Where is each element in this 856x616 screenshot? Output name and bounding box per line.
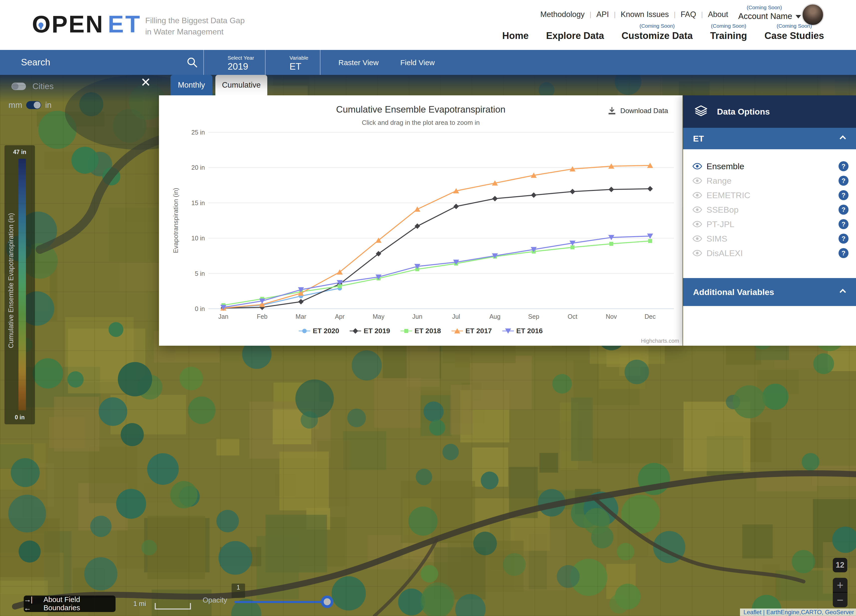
top-links-nav: Methodology|API|Known Issues|FAQ|About <box>540 10 728 19</box>
et-item-sims[interactable]: SIMS? <box>683 231 856 246</box>
avatar[interactable] <box>802 3 824 26</box>
close-icon[interactable]: ✕ <box>139 75 153 89</box>
et-item-pt-jpl[interactable]: PT-JPL? <box>683 217 856 231</box>
data-point[interactable] <box>353 328 358 334</box>
variable-select-label: Variable <box>289 55 308 61</box>
nav-label: Case Studies <box>764 31 824 41</box>
help-icon[interactable]: ? <box>839 176 848 186</box>
top-link-api[interactable]: API <box>596 10 609 19</box>
opacity-label: Opacity <box>203 596 227 604</box>
data-point[interactable] <box>648 239 652 243</box>
unit-toggle[interactable] <box>26 101 41 109</box>
data-options-header: Data Options <box>683 95 856 128</box>
tab-monthly[interactable]: Monthly <box>171 75 212 95</box>
legend-label: ET 2017 <box>465 327 492 335</box>
legend-item-et-2017[interactable]: ET 2017 <box>451 327 492 335</box>
section-et[interactable]: ET <box>683 128 856 149</box>
data-point[interactable] <box>414 206 420 212</box>
data-point[interactable] <box>404 329 408 333</box>
data-point[interactable] <box>571 245 574 249</box>
help-icon[interactable]: ? <box>839 234 848 243</box>
nav-label: Home <box>502 31 529 41</box>
search-input[interactable] <box>21 50 176 75</box>
data-point[interactable] <box>609 187 614 192</box>
svg-text:Aug: Aug <box>490 313 500 320</box>
legend-item-et-2016[interactable]: ET 2016 <box>502 327 543 335</box>
legend-label: ET 2016 <box>516 327 543 335</box>
et-item-ensemble[interactable]: Ensemble? <box>683 159 856 174</box>
opacity-slider-knob[interactable] <box>321 596 333 608</box>
zoom-out-button[interactable]: − <box>833 593 848 607</box>
svg-text:Oct: Oct <box>568 313 577 320</box>
chart-legend: ET 2020ET 2019ET 2018ET 2017ET 2016 <box>159 327 682 335</box>
series-et-2019[interactable] <box>221 186 653 311</box>
help-icon[interactable]: ? <box>839 161 848 171</box>
top-link-known-issues[interactable]: Known Issues <box>620 10 669 19</box>
about-field-boundaries-button[interactable]: →|← About Field Boundaries <box>24 596 115 612</box>
opacity-slider-track[interactable] <box>234 601 328 603</box>
top-link-faq[interactable]: FAQ <box>680 10 696 19</box>
series-et-2018[interactable] <box>222 239 652 307</box>
highcharts-credit[interactable]: Highcharts.com <box>641 338 679 344</box>
tab-cumulative[interactable]: Cumulative <box>216 75 267 95</box>
legend-item-et-2019[interactable]: ET 2019 <box>349 327 390 335</box>
search-icon[interactable] <box>187 57 198 68</box>
link-separator: | <box>590 11 591 18</box>
top-link-about[interactable]: About <box>708 10 728 19</box>
layers-icon <box>694 105 708 118</box>
map-attribution[interactable]: Leaflet | EarthEngine,CARTO, GeoServer <box>740 608 856 616</box>
help-icon[interactable]: ? <box>839 248 848 258</box>
nav-item-customize-data[interactable]: (Coming Soon)Customize Data <box>621 23 693 41</box>
nav-item-case-studies[interactable]: (Coming Soon)Case Studies <box>764 23 824 41</box>
nav-item-home[interactable]: Home <box>502 23 529 41</box>
series-et-2017[interactable] <box>220 163 653 311</box>
et-item-range[interactable]: Range? <box>683 174 856 188</box>
link-separator: | <box>701 11 703 18</box>
data-point[interactable] <box>492 196 497 202</box>
legend-item-et-2018[interactable]: ET 2018 <box>400 327 441 335</box>
data-point[interactable] <box>302 329 307 333</box>
nav-label: Explore Data <box>546 31 604 41</box>
svg-text:Evapotranspiration (in): Evapotranspiration (in) <box>172 188 179 253</box>
eye-icon <box>693 192 702 199</box>
svg-text:25 in: 25 in <box>191 129 205 136</box>
data-point[interactable] <box>570 189 575 194</box>
et-model-list: Ensemble?Range?EEMETRIC?SSEBop?PT-JPL?SI… <box>683 159 856 260</box>
legend-marker <box>451 328 463 334</box>
opacity-value-tooltip: 1 <box>232 584 245 598</box>
openet-logo[interactable]: OPENET <box>32 11 142 38</box>
legend-label: ET 2019 <box>363 327 390 335</box>
data-point[interactable] <box>531 192 537 198</box>
svg-text:Sep: Sep <box>528 313 539 320</box>
colorbar-gradient <box>18 159 26 410</box>
et-item-ssebop[interactable]: SSEBop? <box>683 202 856 217</box>
eye-icon <box>693 163 702 169</box>
help-icon[interactable]: ? <box>839 205 848 215</box>
top-link-methodology[interactable]: Methodology <box>540 10 585 19</box>
help-icon[interactable]: ? <box>839 219 848 229</box>
series-et-2016[interactable] <box>220 234 653 310</box>
et-item-eemetric[interactable]: EEMETRIC? <box>683 188 856 202</box>
colorbar-title: Cumulative Ensemble Evapotranspiration (… <box>7 161 16 400</box>
cities-toggle[interactable] <box>11 83 26 90</box>
legend-item-et-2020[interactable]: ET 2020 <box>299 327 339 335</box>
eye-icon <box>693 177 702 184</box>
svg-text:0 in: 0 in <box>195 305 205 312</box>
help-icon[interactable]: ? <box>839 190 848 200</box>
data-point[interactable] <box>298 299 304 305</box>
nav-item-explore-data[interactable]: Explore Data <box>546 23 604 41</box>
et-item-disalexi[interactable]: DisALEXI? <box>683 246 856 260</box>
data-point[interactable] <box>610 242 613 246</box>
zoom-in-button[interactable]: + <box>833 578 848 593</box>
toolbar-divider <box>265 50 266 75</box>
data-point[interactable] <box>453 204 459 209</box>
nav-item-training[interactable]: (Coming Soon)Training <box>710 23 747 41</box>
et-item-label: Ensemble <box>707 162 839 171</box>
section-additional-variables[interactable]: Additional Variables <box>683 278 856 306</box>
colorbar-min-label: 0 in <box>5 414 35 421</box>
caret-down-icon <box>796 15 801 18</box>
account-menu[interactable]: Account Name <box>738 11 801 21</box>
cities-control: Cities <box>11 82 54 91</box>
data-point[interactable] <box>647 186 653 191</box>
line-chart[interactable]: 0 in5 in10 in15 in20 in25 inJanFebMarApr… <box>159 95 682 346</box>
